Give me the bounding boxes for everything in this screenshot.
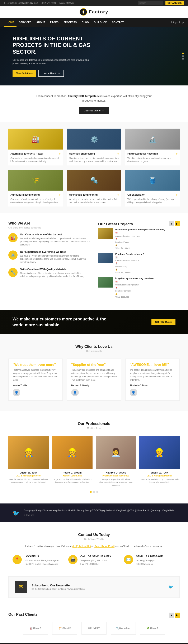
service-plus-2[interactable]: + bbox=[117, 152, 119, 156]
hero-section: HIGHLIGHTS OF CURRENT PROJECTS IN THE OI… bbox=[0, 27, 188, 86]
client-logo-5: 🌿 Client 5 bbox=[140, 622, 165, 634]
project-thumb-2 bbox=[98, 253, 113, 263]
nav-projects[interactable]: PROJECTS bbox=[61, 18, 79, 27]
client-logo-label-4: 🔧Workshop bbox=[116, 627, 130, 630]
team-name-3: Kathryn D. Grace bbox=[96, 471, 136, 474]
newsletter-desc: Be the first to find out about our lates… bbox=[32, 588, 85, 590]
team-desc-2: Things work on time without Pedro's help… bbox=[52, 478, 93, 484]
header: Factory bbox=[0, 6, 188, 18]
service-plus-5[interactable]: + bbox=[117, 193, 119, 196]
service-desc-6: We're specialized in the delivery of rot… bbox=[127, 198, 178, 204]
client-logo-1: 🏭 Client 1 bbox=[23, 622, 48, 634]
project-info-1: Production process in the petroleum indu… bbox=[115, 228, 165, 250]
service-plus-4[interactable]: + bbox=[59, 193, 61, 196]
contact-card-1: 📍 LOCATE US 10610 W. Vinson Place, Los A… bbox=[12, 555, 64, 566]
service-plus-1[interactable]: + bbox=[59, 152, 61, 156]
proj-next-button[interactable]: ▶ bbox=[175, 221, 180, 226]
contact-address: 10610 W. Vinson Place, Los Angeles,CA 90… bbox=[25, 559, 59, 566]
intro-brand: Factory PSD Template's bbox=[68, 94, 98, 98]
service-card-6: 🛢️ Oil Exploration + We're specialized i… bbox=[125, 170, 180, 206]
client-logo-2: 🏗️ Client 2 bbox=[52, 622, 77, 634]
testimonials-title: Why Clients Love Us bbox=[8, 344, 180, 349]
testimonials-sub: Our Testimonials bbox=[8, 350, 180, 352]
social-fb-icon[interactable]: f bbox=[171, 21, 172, 24]
service-card-4: 🌾 Agricultural Engineering + Our scope o… bbox=[8, 170, 63, 206]
nav-home[interactable]: HOME bbox=[4, 18, 16, 27]
intro-section: From concept to creation, Factory PSD Te… bbox=[0, 86, 188, 122]
team-photo-3: 👩‍💼 bbox=[96, 436, 136, 469]
newsletter-text: Subscribe to Our Newsletter Be the first… bbox=[32, 584, 85, 590]
hero-dot-3[interactable] bbox=[182, 58, 184, 60]
nav-services[interactable]: SERVICES bbox=[16, 18, 34, 27]
team-photo-2: 👷 bbox=[52, 436, 93, 469]
team-role-1: CEO & Managing Director bbox=[8, 474, 49, 477]
newsletter-twitter-icon[interactable]: 🐦 bbox=[169, 585, 173, 589]
social-pi-icon[interactable]: p bbox=[182, 21, 184, 24]
nav-about[interactable]: ABOUT bbox=[34, 18, 48, 27]
nav-shop[interactable]: OUR SHOP bbox=[91, 18, 109, 27]
search-input[interactable] bbox=[138, 1, 163, 5]
fax-icon: 📠 bbox=[68, 555, 78, 564]
clients-next-button[interactable]: ▶ bbox=[175, 612, 180, 618]
service-desc-2: Materials science and engineering influe… bbox=[69, 157, 119, 163]
team-role-4: CEO & Managing Director bbox=[139, 474, 180, 477]
hero-desc: Our people are determined to exceed clie… bbox=[12, 58, 96, 66]
social-tw-icon[interactable]: t bbox=[173, 21, 174, 24]
project-info-2: Pipelines /crude refinery 7 📅Constructio… bbox=[115, 253, 144, 274]
learn-about-button[interactable]: Learn About Us bbox=[38, 70, 64, 77]
cta-banner-button[interactable]: Get Free Quote bbox=[151, 319, 176, 325]
hero-title: HIGHLIGHTS OF CURRENT PROJECTS IN THE OI… bbox=[12, 36, 96, 55]
nav-pages[interactable]: PAGES bbox=[48, 18, 61, 27]
who-icon-1: 🏭 bbox=[8, 233, 17, 242]
get-free-quote-button[interactable]: Get Free Quote bbox=[79, 107, 109, 114]
team-name-1: Justin W. Tuck bbox=[8, 471, 49, 474]
nav-contact[interactable]: CONTACT bbox=[109, 18, 126, 27]
twitter-time: 2 days ago bbox=[24, 514, 175, 517]
past-clients-section: Our Past Clients ◀ ▶ 🏭 Client 1 🏗️ Clien… bbox=[0, 604, 188, 643]
latest-projects: Our Latest Projects ◀ ▶ Production proce… bbox=[98, 221, 180, 301]
service-title-2: Materials Engineering + bbox=[69, 152, 119, 156]
service-plus-3[interactable]: + bbox=[176, 152, 178, 156]
who-icon-2: ⚙️ bbox=[8, 250, 17, 260]
team-role-2: Head of Operations bbox=[52, 474, 93, 477]
team-dot-3[interactable] bbox=[96, 491, 98, 493]
social-gp-icon[interactable]: g+ bbox=[175, 21, 178, 24]
team-dot-2[interactable] bbox=[93, 491, 95, 493]
service-img-6: 🛢️ bbox=[125, 170, 180, 190]
locate-icon: 📍 bbox=[12, 555, 22, 564]
contact-cards: 📍 LOCATE US 10610 W. Vinson Place, Los A… bbox=[12, 555, 176, 566]
contact-email: SEND US A MESSAGE thomas@factorynycsales… bbox=[136, 555, 163, 566]
team-dots bbox=[8, 491, 180, 493]
phone: (812) 741-4199 bbox=[42, 2, 56, 4]
testimonial-author-2: Bernard S. Moody bbox=[71, 384, 117, 386]
who-we-are: Who We Are One of the most trusted compa… bbox=[8, 221, 90, 301]
service-content-3: Pharmaceutical Research + We offer relia… bbox=[125, 150, 180, 166]
projects-title: Our Latest Projects bbox=[98, 222, 133, 226]
contact-phone-link[interactable]: (812) 741 - 4193 bbox=[72, 545, 91, 548]
hero-dot-1[interactable] bbox=[182, 52, 184, 54]
hero-dot-2[interactable] bbox=[182, 55, 184, 57]
service-card-1: 🏭 Alternative Energy & Power + Our aim i… bbox=[8, 128, 63, 166]
nav-blog[interactable]: BLOG bbox=[79, 18, 92, 27]
twitter-content: Slumping #Freight Volumes Help Diminish … bbox=[24, 509, 175, 517]
service-plus-6[interactable]: + bbox=[176, 193, 178, 196]
testimonial-quote-3: "AWESOME... I love it!!!" bbox=[130, 363, 175, 367]
proj-prev-button[interactable]: ◀ bbox=[169, 221, 174, 226]
who-text-3: Skills Combined With Quality Materials T… bbox=[20, 268, 90, 278]
service-title-5: Mechanical Engineering + bbox=[69, 193, 119, 196]
intro-text: From concept to creation, Factory PSD Te… bbox=[31, 94, 157, 103]
address: 8411 Cliffside, Binghamton, NY 1391 bbox=[4, 2, 38, 4]
team-title: Our Professionals bbox=[8, 422, 180, 426]
twitter-text: Slumping #Freight Volumes Help Diminish … bbox=[24, 509, 175, 512]
footer: Working Hours Mon.7am - 6pm Tue.7am - 6p… bbox=[0, 643, 188, 644]
contact-email-link[interactable]: Send Us an Email bbox=[94, 545, 114, 548]
get-quote-button[interactable]: GET A QUOTE bbox=[166, 1, 184, 5]
project-item-2: Pipelines /crude refinery 7 📅Constructio… bbox=[98, 253, 180, 274]
service-desc-4: Our scope of work includes all areas of … bbox=[10, 198, 61, 204]
team-dot-1[interactable] bbox=[90, 491, 92, 493]
contact-card-2: 📠 CALL OR SEND US A FAX Telephone: (812)… bbox=[68, 555, 120, 566]
view-solutions-button[interactable]: View Solutions bbox=[12, 70, 36, 77]
clients-prev-button[interactable]: ◀ bbox=[169, 612, 174, 618]
contact-fax: CALL OR SEND US A FAX Telephone: (812) 5… bbox=[81, 555, 111, 566]
social-li-icon[interactable]: in bbox=[179, 21, 181, 24]
